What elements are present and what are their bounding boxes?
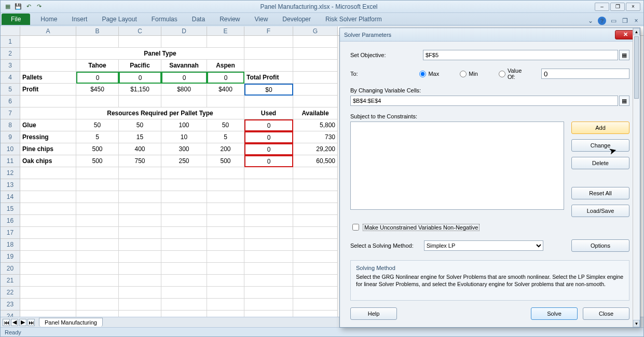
cell[interactable] — [161, 251, 207, 263]
cell[interactable] — [207, 179, 244, 191]
row-header[interactable]: 4 — [1, 72, 20, 84]
cell[interactable] — [293, 203, 338, 215]
panel-type-header[interactable]: Panel Type — [76, 48, 244, 60]
cell[interactable] — [119, 275, 161, 287]
cell[interactable] — [293, 179, 338, 191]
load-save-button[interactable]: Load/Save — [571, 205, 629, 217]
cell[interactable] — [76, 275, 119, 287]
col-header-c[interactable]: C — [119, 26, 161, 35]
cell[interactable] — [207, 275, 244, 287]
nav-next-icon[interactable]: ▶ — [19, 319, 26, 326]
cell[interactable] — [20, 36, 76, 48]
constraints-listbox[interactable]: ▲ ▼ — [350, 122, 564, 210]
cell[interactable] — [293, 239, 338, 251]
cell[interactable] — [244, 191, 293, 203]
radio-valueof-input[interactable] — [499, 71, 505, 77]
row-header[interactable]: 15 — [1, 203, 20, 215]
cell[interactable]: Total Profit — [244, 72, 293, 84]
row-header[interactable]: 22 — [1, 287, 20, 299]
cell[interactable] — [207, 227, 244, 239]
cell[interactable] — [244, 227, 293, 239]
ref-picker-icon[interactable]: ▦ — [619, 50, 629, 60]
ribbon-tab-developer[interactable]: Developer — [275, 14, 318, 25]
cell[interactable] — [20, 251, 76, 263]
undo-icon[interactable]: ↶ — [24, 3, 33, 11]
row-header[interactable]: 21 — [1, 275, 20, 287]
row-header[interactable]: 18 — [1, 239, 20, 251]
cell[interactable]: 5,800 — [293, 119, 338, 131]
file-tab[interactable]: File — [2, 14, 30, 25]
cell[interactable] — [119, 239, 161, 251]
cell[interactable]: Used — [244, 107, 293, 119]
row-header[interactable]: 9 — [1, 131, 20, 143]
sheet-tab[interactable]: Panel Manufacturing — [39, 318, 103, 327]
cell[interactable] — [161, 275, 207, 287]
cell[interactable] — [161, 263, 207, 275]
cell[interactable]: $400 — [207, 84, 244, 96]
cell[interactable] — [244, 275, 293, 287]
cell[interactable] — [76, 203, 119, 215]
cell[interactable]: 300 — [161, 143, 207, 155]
cell[interactable]: Available — [293, 107, 338, 119]
row-header[interactable]: 17 — [1, 227, 20, 239]
cell[interactable] — [244, 239, 293, 251]
ribbon-tab-pagelayout[interactable]: Page Layout — [94, 14, 144, 25]
cell[interactable]: Profit — [20, 84, 76, 96]
cell[interactable] — [293, 263, 338, 275]
cell[interactable]: $450 — [76, 84, 119, 96]
changing-cells-input[interactable] — [350, 96, 618, 106]
cell[interactable] — [207, 36, 244, 48]
cell[interactable] — [20, 299, 76, 311]
change-button[interactable]: Change — [571, 139, 629, 152]
ribbon-tab-review[interactable]: Review — [212, 14, 247, 25]
cell[interactable] — [119, 263, 161, 275]
minimize-button[interactable]: – — [595, 3, 609, 11]
cell[interactable] — [293, 275, 338, 287]
cell[interactable] — [20, 191, 76, 203]
col-header-e[interactable]: E — [207, 26, 244, 35]
help-button[interactable]: Help — [350, 307, 397, 320]
cell[interactable]: 0 — [244, 143, 293, 155]
col-header-a[interactable]: A — [20, 26, 76, 35]
scroll-down-icon[interactable]: ▼ — [633, 320, 640, 327]
ref-picker-icon-2[interactable]: ▦ — [619, 96, 629, 106]
cell[interactable] — [20, 96, 76, 107]
col-header-d[interactable]: D — [161, 26, 207, 35]
cell[interactable] — [293, 299, 338, 311]
row-header[interactable]: 11 — [1, 155, 20, 167]
ribbon-tab-risksolver[interactable]: Risk Solver Platform — [318, 14, 389, 25]
cell[interactable] — [76, 191, 119, 203]
cell[interactable] — [76, 96, 119, 107]
cell[interactable] — [244, 48, 293, 60]
col-header-f[interactable]: F — [244, 26, 293, 35]
cell[interactable] — [76, 179, 119, 191]
cell[interactable] — [293, 227, 338, 239]
cell[interactable] — [207, 167, 244, 179]
nav-first-icon[interactable]: ⏮ — [3, 319, 10, 326]
radio-min[interactable]: Min — [460, 71, 478, 77]
cell[interactable] — [293, 60, 338, 72]
row-header[interactable]: 6 — [1, 96, 20, 107]
set-objective-input[interactable] — [423, 50, 618, 60]
cell[interactable]: 250 — [161, 155, 207, 167]
row-header[interactable]: 7 — [1, 107, 20, 119]
ribbon-tab-formulas[interactable]: Formulas — [144, 14, 185, 25]
cell[interactable] — [119, 215, 161, 227]
cell[interactable] — [20, 107, 76, 119]
cell[interactable] — [293, 84, 338, 96]
cell[interactable] — [161, 227, 207, 239]
row-header[interactable]: 13 — [1, 179, 20, 191]
cell[interactable]: Pressing — [20, 131, 76, 143]
row-header[interactable]: 20 — [1, 263, 20, 275]
delete-button[interactable]: Delete — [571, 157, 629, 169]
cell[interactable]: Pine chips — [20, 143, 76, 155]
radio-min-input[interactable] — [460, 71, 467, 77]
ribbon-tab-insert[interactable]: Insert — [64, 14, 94, 25]
close-button[interactable]: Close — [583, 307, 629, 320]
cell[interactable]: 60,500 — [293, 155, 338, 167]
cell[interactable]: 50 — [76, 119, 119, 131]
radio-max-input[interactable] — [419, 71, 426, 77]
cell[interactable]: 500 — [76, 143, 119, 155]
cell[interactable]: 0 — [244, 155, 293, 167]
cell[interactable] — [207, 287, 244, 299]
